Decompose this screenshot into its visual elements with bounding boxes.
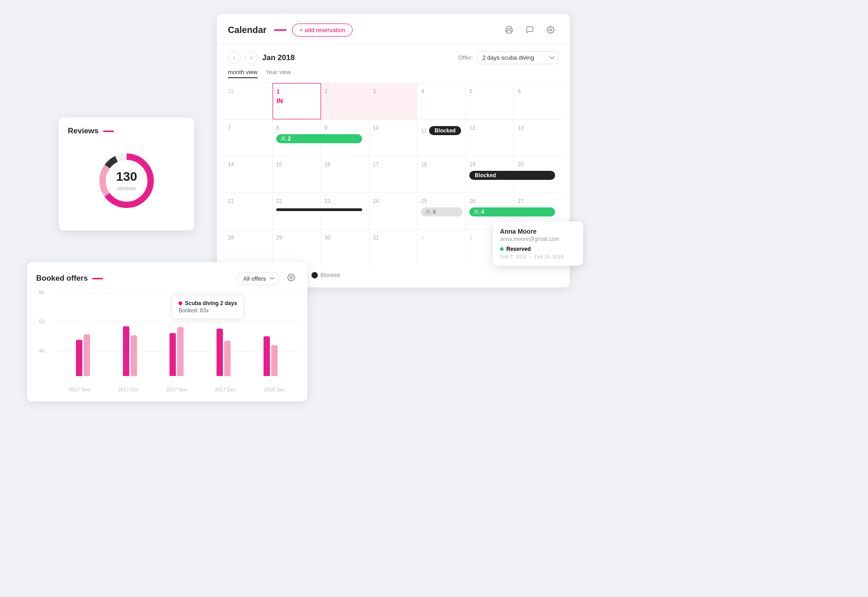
bar-group-oct — [107, 326, 154, 376]
cal-cell-jan10[interactable]: 10 — [369, 120, 418, 156]
blocked-legend-dot — [311, 272, 318, 278]
chart-tooltip-value: Booked: 83x — [179, 307, 237, 314]
cal-date-4: 4 — [421, 88, 424, 94]
tooltip-status-row: Reserved — [500, 246, 576, 252]
booked-settings-button[interactable] — [284, 271, 298, 286]
prev-month-button[interactable]: ‹ — [228, 52, 241, 64]
cal-date-17: 17 — [373, 161, 379, 168]
tab-month-view[interactable]: month view — [228, 69, 258, 78]
cal-cell-jan24[interactable]: 24 — [369, 193, 418, 229]
cal-cell-jan17[interactable]: 17 — [369, 156, 418, 193]
y-label-63: 63 — [39, 319, 44, 324]
cal-cell-feb1[interactable]: s — [417, 230, 466, 266]
person-icon-green — [474, 209, 479, 215]
cal-cell-31-prev: 31 — [224, 83, 273, 119]
booking-badge-gray-25[interactable]: 6 — [421, 207, 462, 216]
offer-select[interactable]: 2 days scuba diving — [477, 51, 559, 64]
booked-offers-header: Booked offers All offers — [36, 271, 298, 286]
cal-cell-jan5[interactable]: 5 — [466, 83, 514, 119]
print-icon-button[interactable] — [501, 22, 517, 38]
cal-cell-jan31[interactable]: 31 — [369, 230, 418, 266]
cal-date-12: 12 — [469, 125, 475, 131]
cal-date-24: 24 — [373, 198, 379, 204]
reviews-title: Reviews — [68, 127, 99, 136]
month-label: Jan 2018 — [262, 53, 295, 62]
cal-cell-jan7[interactable]: 7 — [224, 120, 273, 156]
calendar-nav-row: ‹ › Jan 2018 Offer: 2 days scuba diving — [217, 45, 570, 64]
cal-date-22: 22 — [276, 198, 282, 204]
cal-date-30: 30 — [325, 235, 330, 241]
cal-cell-jan3[interactable]: 3 — [369, 83, 418, 119]
cal-cell-jan14[interactable]: 14 — [224, 156, 273, 193]
cal-cell-jan25[interactable]: 25 6 — [417, 193, 466, 229]
message-icon-button[interactable] — [522, 22, 538, 38]
calendar-title: Calendar — [228, 25, 267, 35]
cal-cell-jan20[interactable]: 20 — [514, 156, 562, 193]
svg-point-3 — [427, 210, 429, 212]
svg-rect-0 — [507, 31, 511, 33]
status-dot — [500, 247, 504, 251]
all-offers-select[interactable]: All offers — [236, 272, 279, 285]
cal-cell-jan11[interactable]: 11 Blocked — [417, 120, 466, 156]
booked-title-accent — [92, 278, 103, 279]
bar-nov-dark — [170, 333, 176, 376]
offer-row: Offer: 2 days scuba diving — [458, 51, 559, 64]
chart-tooltip-title-text: Scuba diving 2 days — [185, 300, 237, 306]
bar-sep-dark — [76, 340, 82, 376]
cal-date-5: 5 — [469, 88, 472, 94]
tab-year-view[interactable]: Year view — [266, 69, 291, 78]
x-label-jan: 2018 Jan — [250, 387, 298, 392]
reviews-title-accent — [103, 131, 114, 132]
cal-cell-jan28[interactable]: 28 — [224, 230, 273, 266]
cal-cell-jan18[interactable]: 18 — [417, 156, 466, 193]
chart-tooltip-dot — [179, 301, 182, 305]
svg-point-2 — [282, 137, 283, 139]
cal-cell-jan13[interactable]: 13 — [514, 120, 562, 156]
settings-icon-button[interactable] — [542, 22, 559, 38]
cal-cell-jan4[interactable]: 4 — [417, 83, 466, 119]
cal-date-23: 23 — [325, 198, 330, 204]
bar-group-sep — [60, 334, 107, 376]
cal-cell-jan21[interactable]: 21 — [224, 193, 273, 229]
next-month-button[interactable]: › — [245, 52, 258, 64]
cal-date-11: 11 — [421, 127, 427, 134]
calendar-title-accent — [274, 29, 287, 31]
booked-title: Booked offers — [36, 274, 88, 283]
tooltip-email: anna.moore@gmail.com — [500, 236, 576, 242]
cal-cell-jan2[interactable]: 2 — [321, 83, 369, 119]
bar-group-jan — [247, 336, 294, 376]
in-label: IN — [277, 97, 318, 104]
blocked-badge-11: Blocked — [429, 126, 461, 135]
y-label-40: 40 — [39, 348, 44, 353]
cal-cell-jan15[interactable]: 15 — [273, 156, 321, 193]
booked-offers-card: Booked offers All offers 86 63 40 — [27, 262, 307, 401]
reviews-card: Reviews 130 reviews — [59, 118, 194, 230]
tooltip-dates: Feb 7, 2018 → Feb 15, 2018 — [500, 254, 576, 259]
cal-cell-jan16[interactable]: 16 — [321, 156, 369, 193]
cal-date-28: 28 — [228, 235, 234, 241]
message-icon — [526, 26, 534, 34]
cal-cell-jan29[interactable]: 29 — [273, 230, 321, 266]
cal-date-2: 2 — [325, 88, 328, 94]
cal-date-16: 16 — [325, 161, 330, 168]
cal-date-31: 31 — [373, 235, 379, 241]
bar-jan-light — [271, 345, 278, 376]
cal-cell-jan1[interactable]: 1 IN — [273, 83, 321, 119]
print-icon — [505, 26, 513, 34]
cal-date-18: 18 — [421, 161, 427, 168]
bar-nov-light — [177, 327, 184, 376]
cal-cell-jan23[interactable]: 23 — [321, 193, 369, 229]
cal-cell-jan8[interactable]: 8 2 — [273, 120, 321, 156]
cal-date-19: 19 — [469, 161, 475, 168]
cal-date-9: 9 — [325, 125, 328, 131]
cal-cell-jan12[interactable]: 12 — [466, 120, 514, 156]
cal-cell-jan9[interactable]: 9 — [321, 120, 369, 156]
cal-cell-jan19[interactable]: 19 Blocked — [466, 156, 514, 193]
cal-cell-jan30[interactable]: 30 — [321, 230, 369, 266]
calendar-title-area: Calendar + add reservation — [228, 24, 353, 37]
cal-cell-jan22[interactable]: 22 — [273, 193, 321, 229]
add-reservation-button[interactable]: + add reservation — [292, 24, 353, 37]
reviews-title-row: Reviews — [68, 127, 185, 136]
calendar-tooltip: Anna Moore anna.moore@gmail.com Reserved… — [493, 221, 583, 266]
cal-cell-jan6[interactable]: 6 — [514, 83, 562, 119]
